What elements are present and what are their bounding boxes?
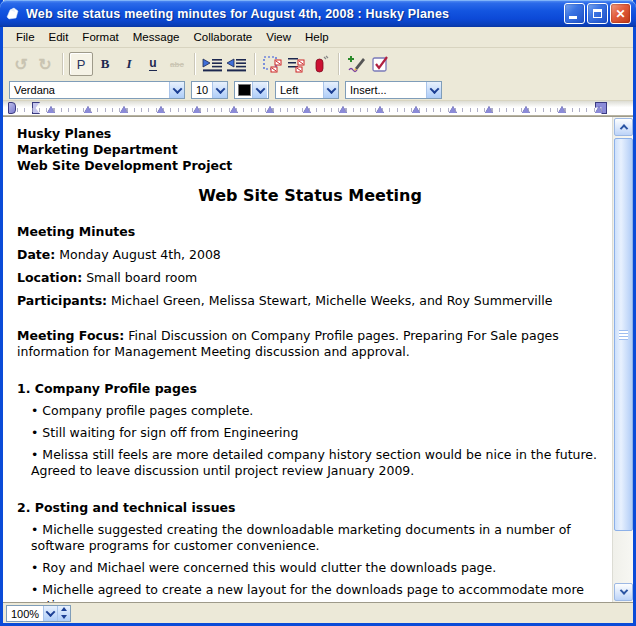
insert-value: Insert...	[346, 82, 426, 98]
left-indent-marker-icon[interactable]	[8, 102, 16, 114]
field-value: Monday August 4th, 2008	[55, 247, 221, 262]
tab-stop-icon[interactable]	[339, 106, 347, 113]
bold-button[interactable]: B	[93, 52, 117, 76]
menu-help[interactable]: Help	[298, 29, 336, 45]
bullet-item: Melissa still feels are more detailed co…	[31, 447, 603, 479]
field-label: Meeting Focus:	[17, 328, 124, 343]
thumb-grip-icon	[619, 330, 628, 340]
strikethrough-icon: abc	[170, 60, 184, 69]
menu-format[interactable]: Format	[75, 29, 125, 45]
field-date: Date: Monday August 4th, 2008	[17, 247, 603, 263]
doc-header-line: Marketing Department	[17, 142, 603, 158]
format-bar: Verdana 10 Left Insert...	[3, 80, 633, 101]
tab-stop-icon[interactable]	[157, 106, 165, 113]
zoom-control[interactable]: 100%	[6, 605, 71, 622]
font-combo[interactable]: Verdana	[9, 81, 185, 99]
toolbar-separator	[338, 53, 340, 75]
insert-number-icon	[312, 55, 330, 73]
dropdown-arrow-icon[interactable]	[169, 82, 184, 98]
redo-icon: ↻	[38, 55, 51, 74]
decrease-indent-icon	[226, 57, 248, 72]
scroll-down-button[interactable]	[614, 583, 633, 601]
tab-stop-icon[interactable]	[84, 106, 92, 113]
zoom-spinner[interactable]	[57, 606, 70, 621]
bullet-item: Michelle agreed to create a new layout f…	[31, 582, 603, 602]
toolbar-separator	[254, 53, 256, 75]
title-bar[interactable]: Web site status meeting minutes for Augu…	[0, 0, 636, 27]
underline-button[interactable]: u	[141, 52, 165, 76]
paragraph-icon: P	[77, 57, 86, 72]
insert-frame-button[interactable]	[261, 52, 285, 76]
dropdown-arrow-icon[interactable]	[212, 82, 227, 98]
redo-button: ↻	[33, 52, 57, 76]
tab-stop-icon[interactable]	[47, 106, 55, 113]
spinner-up-icon[interactable]	[58, 606, 70, 614]
approve-button[interactable]	[369, 52, 393, 76]
window-title: Web site status meeting minutes for Augu…	[26, 7, 564, 21]
paragraph-style-button[interactable]: P	[69, 52, 93, 76]
menu-file[interactable]: File	[9, 29, 42, 45]
bullet-item: Company profile pages complete.	[31, 403, 603, 419]
chevron-up-icon	[619, 124, 627, 132]
editor-area: Husky Planes Marketing Department Web Si…	[3, 116, 633, 602]
menu-message[interactable]: Message	[126, 29, 187, 45]
increase-indent-button[interactable]	[201, 52, 225, 76]
dropdown-arrow-icon[interactable]	[252, 82, 267, 98]
tab-stop-icon[interactable]	[376, 106, 384, 113]
vertical-scrollbar[interactable]	[612, 117, 633, 602]
bullet-item: Roy and Michael were concerned this woul…	[31, 560, 603, 576]
menu-collaborate[interactable]: Collaborate	[186, 29, 259, 45]
tab-stop-icon[interactable]	[303, 106, 311, 113]
add-signature-button[interactable]	[345, 52, 369, 76]
dropdown-arrow-icon[interactable]	[323, 82, 338, 98]
dropdown-arrow-icon[interactable]	[426, 82, 441, 98]
close-button[interactable]: ✕	[610, 3, 631, 24]
menu-view[interactable]: View	[259, 29, 298, 45]
field-participants: Participants: Michael Green, Melissa Ste…	[17, 293, 603, 309]
tab-stop-icon[interactable]	[558, 106, 566, 113]
insert-list-button[interactable]	[285, 52, 309, 76]
doc-header-line: Husky Planes	[17, 126, 603, 142]
insert-combo[interactable]: Insert...	[345, 81, 442, 99]
insert-list-icon	[287, 56, 307, 73]
section-heading: 2. Posting and technical issues	[17, 500, 603, 516]
tab-stop-icon[interactable]	[595, 106, 603, 113]
tab-stop-icon[interactable]	[230, 106, 238, 113]
bullet-item: Michelle suggested creating the download…	[31, 522, 603, 554]
font-size-combo[interactable]: 10	[191, 81, 228, 99]
field-label: Date:	[17, 247, 55, 262]
tab-stop-icon[interactable]	[412, 106, 420, 113]
alignment-value: Left	[276, 82, 323, 98]
document-body[interactable]: Husky Planes Marketing Department Web Si…	[3, 117, 611, 602]
doc-title: Web Site Status Meeting	[17, 188, 603, 204]
color-swatch	[238, 84, 251, 96]
spinner-down-icon[interactable]	[58, 613, 70, 621]
tab-stop-icon[interactable]	[522, 106, 530, 113]
tab-stop-icon[interactable]	[449, 106, 457, 113]
alignment-combo[interactable]: Left	[275, 81, 339, 99]
doc-header-line: Web Site Development Project	[17, 158, 603, 174]
font-name: Verdana	[10, 82, 169, 98]
minimize-icon	[569, 16, 577, 19]
tab-stop-icon[interactable]	[120, 106, 128, 113]
tab-stop-icon[interactable]	[485, 106, 493, 113]
insert-number-button[interactable]	[309, 52, 333, 76]
menu-edit[interactable]: Edit	[42, 29, 76, 45]
decrease-indent-button[interactable]	[225, 52, 249, 76]
maximize-button[interactable]	[587, 3, 608, 24]
approve-check-icon	[371, 55, 391, 73]
section-heading: 1. Company Profile pages	[17, 381, 603, 397]
first-line-indent-marker-icon[interactable]	[32, 102, 40, 114]
tab-stop-icon[interactable]	[266, 106, 274, 113]
italic-button[interactable]: I	[117, 52, 141, 76]
scrollbar-thumb[interactable]	[614, 138, 633, 531]
toolbar-separator	[62, 53, 64, 75]
scroll-up-button[interactable]	[614, 118, 633, 136]
text-color-combo[interactable]	[234, 81, 269, 99]
zoom-dropdown-arrow-icon[interactable]	[43, 606, 57, 621]
bullet-item: Still waiting for sign off from Engineer…	[31, 425, 603, 441]
tab-stop-icon[interactable]	[193, 106, 201, 113]
minimize-button[interactable]	[564, 3, 585, 24]
ruler[interactable]	[3, 101, 633, 116]
field-value: Small board room	[82, 270, 197, 285]
